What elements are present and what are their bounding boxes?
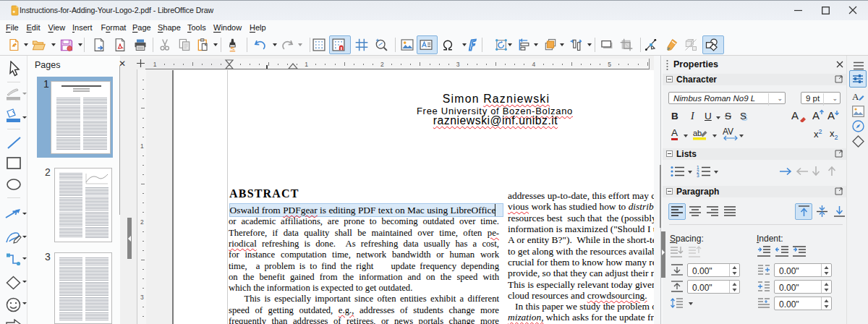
svg-text:AV: AV	[723, 127, 733, 137]
svg-text:ab: ab	[693, 129, 702, 137]
svg-text:A: A	[791, 109, 799, 122]
svg-text:A: A	[852, 91, 859, 102]
svg-text:A: A	[827, 109, 835, 122]
svg-text:A: A	[812, 109, 820, 122]
svg-text:3: 3	[697, 173, 699, 177]
